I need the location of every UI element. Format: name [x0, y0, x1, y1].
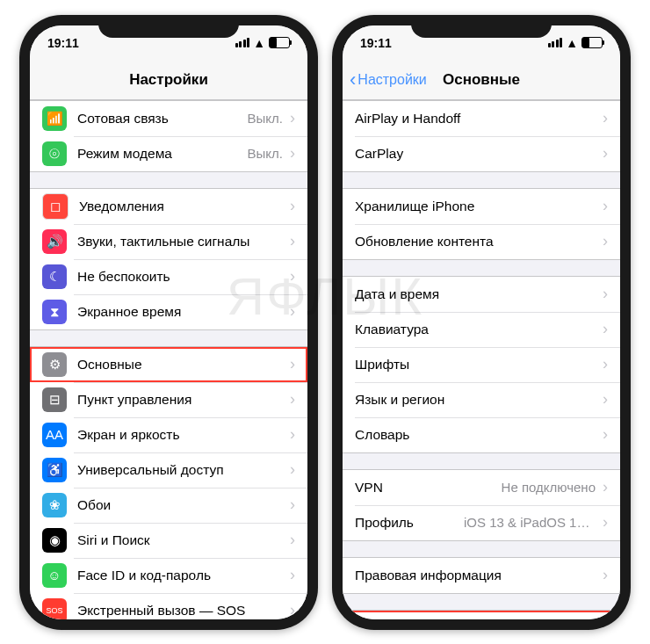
hourglass-icon: ⧗: [42, 300, 67, 324]
row-value: Не подключено: [502, 480, 596, 495]
accessibility-row[interactable]: ♿Универсальный доступ›: [30, 452, 307, 488]
chevron-right-icon: ›: [290, 144, 295, 163]
row-label: Клавиатура: [355, 322, 603, 337]
fonts-row[interactable]: Шрифты›: [343, 347, 620, 382]
reset-row[interactable]: Сброс›: [343, 611, 620, 619]
screentime-row[interactable]: ⧗Экранное время›: [30, 294, 307, 329]
wifi-icon: ▲: [253, 36, 265, 50]
display-row[interactable]: AAЭкран и яркость›: [30, 417, 307, 452]
general-list[interactable]: AirPlay и Handoff›CarPlay›Хранилище iPho…: [343, 100, 620, 619]
keyboard-row[interactable]: Клавиатура›: [343, 312, 620, 347]
row-label: Уведомления: [79, 199, 290, 214]
chevron-right-icon: ›: [603, 355, 608, 373]
chevron-right-icon: ›: [603, 109, 608, 127]
row-label: Язык и регион: [355, 392, 603, 408]
flower-icon: ❀: [42, 493, 67, 517]
bell-icon: ◻: [42, 193, 69, 220]
row-value: Выкл.: [248, 111, 283, 126]
carplay-row[interactable]: CarPlay›: [343, 136, 620, 171]
vpn-row[interactable]: VPNНе подключено›: [343, 470, 620, 505]
row-label: Звуки, тактильные сигналы: [77, 234, 290, 250]
cellular-signal-icon: [235, 38, 250, 47]
chevron-right-icon: ›: [290, 460, 295, 479]
row-label: Экранное время: [77, 304, 290, 320]
chevron-right-icon: ›: [290, 302, 295, 321]
dictionary-row[interactable]: Словарь›: [343, 417, 620, 452]
chevron-right-icon: ›: [603, 566, 608, 584]
notch: [98, 15, 239, 38]
cellular-signal-icon: [548, 38, 563, 47]
chain-icon: ⦾: [42, 141, 67, 166]
navbar: ‹ Настройки Основные: [343, 61, 620, 100]
dnd-row[interactable]: ☾Не беспокоить›: [30, 259, 307, 294]
phone-right: 19:11 ▲ ‹ Настройки Основные AirPlay и H…: [332, 15, 631, 630]
control-center-row[interactable]: ⊟Пункт управления›: [30, 382, 307, 417]
screen-right: 19:11 ▲ ‹ Настройки Основные AirPlay и H…: [343, 25, 620, 619]
speaker-icon: 🔊: [42, 229, 67, 254]
notifications-row[interactable]: ◻Уведомления›: [30, 189, 307, 224]
chevron-right-icon: ›: [290, 355, 295, 373]
switches-icon: ⊟: [42, 387, 67, 412]
chevron-right-icon: ›: [603, 478, 608, 496]
chevron-right-icon: ›: [290, 531, 295, 549]
page-title: Настройки: [129, 71, 208, 89]
chevron-right-icon: ›: [603, 390, 608, 409]
row-label: Универсальный доступ: [77, 462, 290, 478]
row-label: AirPlay и Handoff: [355, 111, 603, 127]
chevron-right-icon: ›: [603, 619, 608, 619]
back-button[interactable]: ‹ Настройки: [350, 69, 427, 91]
status-indicators: ▲: [548, 36, 603, 50]
row-label: Сотовая связь: [77, 111, 248, 127]
sos-icon: SOS: [42, 598, 67, 619]
faceid-row[interactable]: ☺Face ID и код-пароль›: [30, 558, 307, 593]
row-value: Выкл.: [248, 146, 283, 161]
siri-row[interactable]: ◉Siri и Поиск›: [30, 523, 307, 558]
screen-left: 19:11 ▲ Настройки 📶Сотовая связьВыкл.›⦾Р…: [30, 25, 307, 619]
row-label: CarPlay: [355, 146, 603, 162]
sounds-row[interactable]: 🔊Звуки, тактильные сигналы›: [30, 224, 307, 259]
legal-row[interactable]: Правовая информация›: [343, 558, 620, 593]
wallpaper-row[interactable]: ❀Обои›: [30, 488, 307, 523]
text-icon: AA: [42, 423, 67, 447]
chevron-right-icon: ›: [290, 390, 295, 409]
row-label: Экран и яркость: [77, 427, 290, 443]
cellular-row[interactable]: 📶Сотовая связьВыкл.›: [30, 101, 307, 136]
face-icon: ☺: [42, 563, 67, 588]
airplay-row[interactable]: AirPlay и Handoff›: [343, 101, 620, 136]
battery-icon: [269, 37, 290, 48]
row-label: Основные: [77, 357, 290, 373]
hotspot-row[interactable]: ⦾Режим модемаВыкл.›: [30, 136, 307, 171]
profile-row[interactable]: ПрофильiOS 13 & iPadOS 13 Beta Software.…: [343, 505, 620, 540]
clock: 19:11: [47, 36, 79, 50]
page-title: Основные: [443, 71, 520, 89]
phone-left: 19:11 ▲ Настройки 📶Сотовая связьВыкл.›⦾Р…: [19, 15, 318, 630]
chevron-right-icon: ›: [603, 144, 608, 163]
battery-icon: [581, 37, 603, 48]
row-label: Правовая информация: [355, 568, 603, 583]
row-label: Шрифты: [355, 357, 603, 373]
row-label: Обои: [77, 497, 290, 513]
date-time-row[interactable]: Дата и время›: [343, 277, 620, 312]
row-label: Словарь: [355, 427, 603, 443]
general-row[interactable]: ⚙Основные›: [30, 347, 307, 382]
chevron-right-icon: ›: [603, 425, 608, 444]
gear-icon: ⚙: [42, 352, 67, 377]
row-label: Face ID и код-пароль: [77, 568, 290, 583]
chevron-right-icon: ›: [603, 320, 608, 338]
chevron-right-icon: ›: [290, 267, 295, 286]
chevron-right-icon: ›: [603, 232, 608, 250]
row-label: Профиль: [355, 515, 464, 531]
chevron-right-icon: ›: [290, 496, 295, 514]
sos-row[interactable]: SOSЭкстренный вызов — SOS›: [30, 593, 307, 619]
language-row[interactable]: Язык и регион›: [343, 382, 620, 417]
row-label: Экстренный вызов — SOS: [77, 603, 290, 619]
chevron-right-icon: ›: [290, 566, 295, 584]
row-label: Siri и Поиск: [77, 532, 290, 548]
row-label: Не беспокоить: [77, 269, 290, 285]
chevron-right-icon: ›: [290, 109, 295, 127]
settings-list[interactable]: 📶Сотовая связьВыкл.›⦾Режим модемаВыкл.›◻…: [30, 100, 307, 619]
storage-row[interactable]: Хранилище iPhone›: [343, 189, 620, 224]
row-label: Пункт управления: [77, 392, 290, 408]
background-refresh-row[interactable]: Обновление контента›: [343, 224, 620, 259]
back-label: Настройки: [358, 72, 426, 88]
